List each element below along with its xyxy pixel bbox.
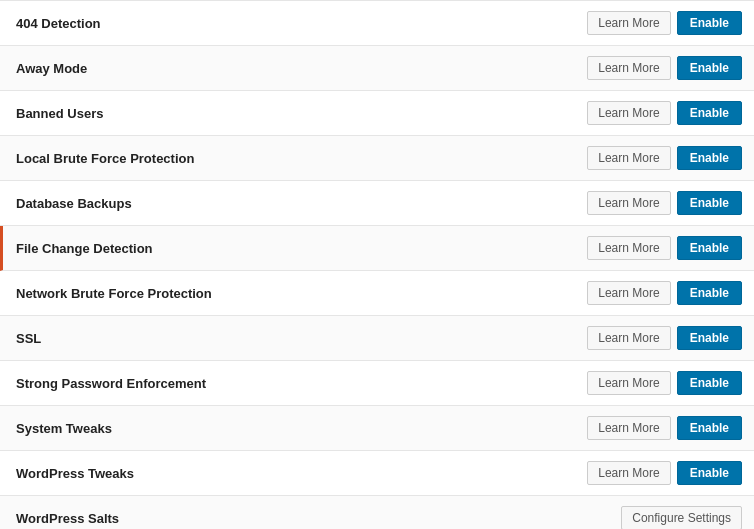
feature-row-system-tweaks: System TweaksLearn MoreEnable [0, 406, 754, 451]
enable-button-file-change-detection[interactable]: Enable [677, 236, 742, 260]
feature-row-wordpress-salts: WordPress SaltsConfigure Settings [0, 496, 754, 529]
learn-more-button-ssl[interactable]: Learn More [587, 326, 670, 350]
feature-actions-wordpress-tweaks: Learn MoreEnable [587, 461, 742, 485]
enable-button-database-backups[interactable]: Enable [677, 191, 742, 215]
feature-row-database-backups: Database BackupsLearn MoreEnable [0, 181, 754, 226]
feature-actions-local-brute-force: Learn MoreEnable [587, 146, 742, 170]
feature-name-wordpress-salts: WordPress Salts [16, 511, 621, 526]
feature-actions-wordpress-salts: Configure Settings [621, 506, 742, 529]
learn-more-button-system-tweaks[interactable]: Learn More [587, 416, 670, 440]
feature-row-strong-password: Strong Password EnforcementLearn MoreEna… [0, 361, 754, 406]
feature-actions-away-mode: Learn MoreEnable [587, 56, 742, 80]
feature-name-file-change-detection: File Change Detection [16, 241, 587, 256]
feature-row-file-change-detection: File Change DetectionLearn MoreEnable [0, 226, 754, 271]
enable-button-local-brute-force[interactable]: Enable [677, 146, 742, 170]
feature-name-ssl: SSL [16, 331, 587, 346]
learn-more-button-database-backups[interactable]: Learn More [587, 191, 670, 215]
feature-actions-strong-password: Learn MoreEnable [587, 371, 742, 395]
feature-row-404-detection: 404 DetectionLearn MoreEnable [0, 1, 754, 46]
feature-row-banned-users: Banned UsersLearn MoreEnable [0, 91, 754, 136]
configure-button-wordpress-salts[interactable]: Configure Settings [621, 506, 742, 529]
enable-button-wordpress-tweaks[interactable]: Enable [677, 461, 742, 485]
learn-more-button-404-detection[interactable]: Learn More [587, 11, 670, 35]
feature-row-away-mode: Away ModeLearn MoreEnable [0, 46, 754, 91]
feature-actions-file-change-detection: Learn MoreEnable [587, 236, 742, 260]
enable-button-network-brute-force[interactable]: Enable [677, 281, 742, 305]
feature-row-ssl: SSLLearn MoreEnable [0, 316, 754, 361]
feature-row-network-brute-force: Network Brute Force ProtectionLearn More… [0, 271, 754, 316]
feature-name-network-brute-force: Network Brute Force Protection [16, 286, 587, 301]
feature-name-local-brute-force: Local Brute Force Protection [16, 151, 587, 166]
learn-more-button-file-change-detection[interactable]: Learn More [587, 236, 670, 260]
learn-more-button-banned-users[interactable]: Learn More [587, 101, 670, 125]
feature-name-away-mode: Away Mode [16, 61, 587, 76]
learn-more-button-away-mode[interactable]: Learn More [587, 56, 670, 80]
feature-name-database-backups: Database Backups [16, 196, 587, 211]
learn-more-button-local-brute-force[interactable]: Learn More [587, 146, 670, 170]
enable-button-system-tweaks[interactable]: Enable [677, 416, 742, 440]
feature-name-wordpress-tweaks: WordPress Tweaks [16, 466, 587, 481]
feature-actions-database-backups: Learn MoreEnable [587, 191, 742, 215]
learn-more-button-network-brute-force[interactable]: Learn More [587, 281, 670, 305]
feature-actions-404-detection: Learn MoreEnable [587, 11, 742, 35]
enable-button-away-mode[interactable]: Enable [677, 56, 742, 80]
feature-name-strong-password: Strong Password Enforcement [16, 376, 587, 391]
enable-button-strong-password[interactable]: Enable [677, 371, 742, 395]
enable-button-banned-users[interactable]: Enable [677, 101, 742, 125]
feature-actions-system-tweaks: Learn MoreEnable [587, 416, 742, 440]
feature-name-system-tweaks: System Tweaks [16, 421, 587, 436]
feature-name-banned-users: Banned Users [16, 106, 587, 121]
feature-actions-banned-users: Learn MoreEnable [587, 101, 742, 125]
feature-name-404-detection: 404 Detection [16, 16, 587, 31]
learn-more-button-wordpress-tweaks[interactable]: Learn More [587, 461, 670, 485]
enable-button-404-detection[interactable]: Enable [677, 11, 742, 35]
learn-more-button-strong-password[interactable]: Learn More [587, 371, 670, 395]
feature-actions-network-brute-force: Learn MoreEnable [587, 281, 742, 305]
feature-list: 404 DetectionLearn MoreEnableAway ModeLe… [0, 0, 754, 529]
feature-row-local-brute-force: Local Brute Force ProtectionLearn MoreEn… [0, 136, 754, 181]
enable-button-ssl[interactable]: Enable [677, 326, 742, 350]
feature-actions-ssl: Learn MoreEnable [587, 326, 742, 350]
feature-row-wordpress-tweaks: WordPress TweaksLearn MoreEnable [0, 451, 754, 496]
